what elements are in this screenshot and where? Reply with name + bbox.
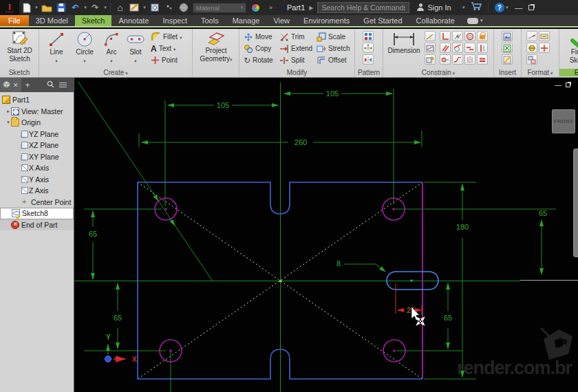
search-input[interactable]: [317, 2, 409, 13]
sketch-view-button[interactable]: [128, 1, 141, 14]
color-wheel-button[interactable]: [249, 1, 262, 14]
start-2d-sketch-button[interactable]: Start 2D Sketch: [3, 30, 36, 63]
tree-item-yz-plane[interactable]: YZ Plane: [0, 129, 74, 140]
browser-model-tab[interactable]: ✕: [0, 78, 21, 92]
tab-tools[interactable]: Tools: [194, 15, 226, 26]
slot-button[interactable]: Slot: [125, 30, 147, 64]
save-button[interactable]: [54, 1, 67, 14]
window-minimize-button[interactable]: —: [513, 3, 525, 12]
expand-icon[interactable]: ▸: [6, 109, 11, 114]
text-dropdown[interactable]: [173, 45, 175, 52]
panel-label-sketch[interactable]: Sketch: [0, 69, 39, 76]
project-geometry-button[interactable]: Project Geometry: [195, 32, 237, 63]
tree-item-xy-plane[interactable]: XY Plane: [0, 151, 74, 163]
tab-file[interactable]: File: [0, 15, 29, 26]
insert-points-button[interactable]: [502, 43, 513, 53]
rectangular-pattern-button[interactable]: [363, 31, 374, 41]
show-constraints-button[interactable]: [425, 43, 436, 53]
center-point-button[interactable]: [539, 43, 550, 53]
tree-item-part1[interactable]: Part1: [0, 94, 74, 106]
split-button[interactable]: Split: [279, 54, 312, 66]
toolbar-expand-chevron[interactable]: [264, 1, 277, 14]
sketch-centerlines[interactable]: [74, 83, 578, 392]
panel-label-constrain[interactable]: Constrain: [383, 69, 493, 76]
measure-button[interactable]: [148, 1, 161, 14]
tab-view[interactable]: View: [266, 15, 297, 26]
selection-dots-icon[interactable]: [162, 1, 175, 14]
driven-dimension-button[interactable]: [539, 31, 550, 41]
panel-label-insert[interactable]: Insert: [494, 69, 521, 76]
tab-annotate[interactable]: Annotate: [111, 15, 156, 26]
help-dropdown[interactable]: [504, 5, 510, 10]
open-button[interactable]: [40, 1, 53, 14]
material-select[interactable]: Material: [193, 3, 246, 13]
dimension-65-right-lower[interactable]: 65: [444, 283, 452, 349]
document-restore-button[interactable]: [566, 81, 570, 89]
finish-sketch-button[interactable]: Finish Sketch: [561, 30, 578, 64]
constraint-equal-button[interactable]: [477, 54, 488, 65]
arc-dropdown[interactable]: [110, 56, 112, 65]
project-geometry-dropdown[interactable]: [230, 55, 232, 63]
trim-button[interactable]: Trim: [279, 31, 312, 43]
stretch-button[interactable]: Stretch: [317, 43, 350, 54]
collapse-icon[interactable]: ▾: [6, 120, 11, 125]
tab-environments[interactable]: Environments: [297, 15, 356, 26]
constraint-horizontal-button[interactable]: [440, 54, 451, 65]
redo-dropdown[interactable]: [103, 5, 108, 10]
circular-pattern-button[interactable]: [363, 43, 374, 53]
panel-label-create[interactable]: Create: [39, 69, 192, 76]
sign-in-dropdown[interactable]: [461, 5, 467, 10]
slot-dropdown[interactable]: [134, 56, 136, 65]
dimension-105-right[interactable]: 105: [284, 89, 392, 98]
constraint-lock-button[interactable]: [477, 31, 488, 41]
line-button[interactable]: Line: [45, 30, 68, 64]
panel-label-format[interactable]: Format: [522, 69, 559, 76]
fillet-button[interactable]: Fillet: [151, 31, 182, 43]
constraint-settings-button[interactable]: [425, 54, 436, 65]
sign-in-button[interactable]: Sign In: [427, 3, 451, 12]
mirror-button[interactable]: [363, 54, 374, 65]
sketch-only-edit-button[interactable]: [526, 54, 537, 65]
dimension-65-left-upper[interactable]: 65: [89, 211, 97, 279]
rotate-button[interactable]: ↻Rotate: [244, 54, 273, 66]
point-button[interactable]: Point: [151, 54, 182, 66]
constraint-parallel-button[interactable]: [440, 43, 451, 53]
tree-item-view-master[interactable]: ▸View: Master: [0, 106, 74, 118]
fillet-dropdown[interactable]: [180, 33, 182, 41]
scale-button[interactable]: Scale: [317, 31, 350, 43]
new-file-button[interactable]: [20, 1, 33, 14]
constraint-symmetric-button[interactable]: [464, 54, 475, 65]
constraint-concentric-button[interactable]: [464, 31, 475, 41]
offset-button[interactable]: Offset: [317, 54, 350, 66]
browser-menu-icon[interactable]: [59, 81, 67, 89]
construction-line-button[interactable]: [526, 31, 537, 41]
tree-item-end-of-part[interactable]: End of Part: [0, 219, 74, 231]
circle-button[interactable]: Circle: [71, 30, 98, 64]
app-logo[interactable]: I PRO: [0, 0, 19, 15]
browser-tab-close-icon[interactable]: ✕: [13, 82, 19, 89]
tree-item-y-axis[interactable]: Y Axis: [0, 174, 74, 186]
panel-label-pattern[interactable]: Pattern: [355, 69, 383, 76]
browser-search-icon[interactable]: [47, 80, 54, 89]
appearance-sphere-button[interactable]: [177, 1, 190, 14]
window-restore-button[interactable]: [525, 3, 537, 12]
tree-item-xz-plane[interactable]: XZ Plane: [0, 140, 74, 151]
dimension-8-slot-leader[interactable]: 8: [336, 259, 385, 272]
dimension-65-right-upper[interactable]: 65: [539, 209, 547, 274]
navigation-bar[interactable]: [573, 149, 578, 257]
tree-item-sketch8[interactable]: Sketch8: [0, 208, 74, 219]
tree-item-x-axis[interactable]: X Axis: [0, 162, 74, 174]
insert-acad-button[interactable]: [502, 54, 513, 65]
circle-dropdown[interactable]: [83, 56, 85, 65]
move-button[interactable]: Move: [244, 31, 273, 43]
document-minimize-button[interactable]: —: [555, 81, 561, 89]
tab-collaborate[interactable]: Collaborate: [409, 15, 462, 26]
tab-inspect[interactable]: Inspect: [156, 15, 194, 26]
help-button[interactable]: ?: [495, 3, 504, 12]
text-button[interactable]: AText: [151, 43, 182, 54]
browser-add-tab-button[interactable]: +: [25, 80, 30, 90]
dimension-260[interactable]: 260: [142, 138, 420, 146]
dimension-65-left-lower[interactable]: 65: [114, 283, 122, 349]
dimension-button[interactable]: Dimension: [385, 32, 423, 55]
constraint-coincident-button[interactable]: [452, 31, 463, 41]
